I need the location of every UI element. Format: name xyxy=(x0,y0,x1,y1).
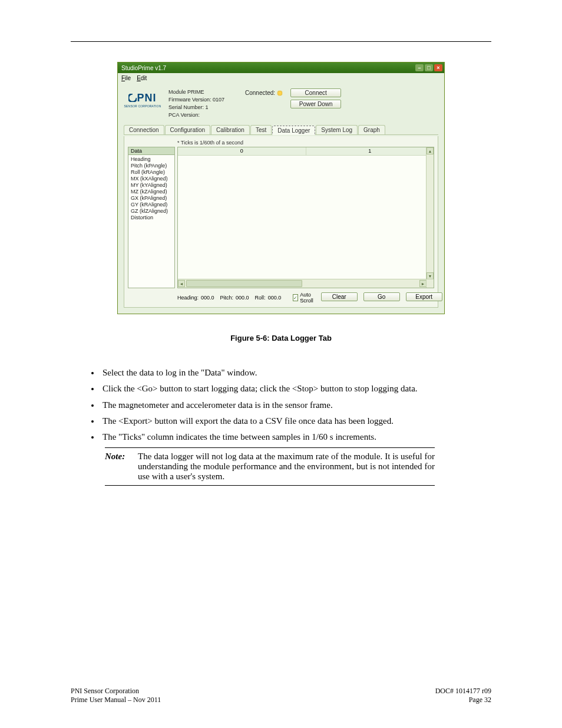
ticks-note: * Ticks is 1/60th of a second xyxy=(177,140,434,146)
maximize-button[interactable]: □ xyxy=(425,64,433,71)
tab-data-logger[interactable]: Data Logger xyxy=(272,126,315,135)
scroll-left-icon[interactable]: ◄ xyxy=(178,280,185,287)
logo-swirl-icon xyxy=(128,94,137,102)
data-panel: Data Heading Pitch (kPAngle) Roll (kRAng… xyxy=(128,147,175,288)
list-item[interactable]: Heading xyxy=(131,156,172,163)
data-list[interactable]: Heading Pitch (kPAngle) Roll (kRAngle) M… xyxy=(128,155,175,288)
tab-graph[interactable]: Graph xyxy=(358,125,385,134)
pni-logo: PNI SENSOR CORPORATION xyxy=(124,88,161,111)
bullet-item: Select the data to log in the "Data" win… xyxy=(100,366,491,380)
autoscroll-checkbox[interactable]: ✓ Auto Scroll xyxy=(293,292,315,304)
list-item[interactable]: Distortion xyxy=(131,215,172,221)
list-item[interactable]: GX (kPAligned) xyxy=(131,195,172,202)
page-footer: PNI Sensor Corporation Prime User Manual… xyxy=(71,687,491,704)
list-item[interactable]: Pitch (kPAngle) xyxy=(131,163,172,169)
minimize-button[interactable]: – xyxy=(415,64,424,71)
list-item[interactable]: Roll (kRAngle) xyxy=(131,169,172,176)
heading-value: 000.0 xyxy=(201,295,214,301)
heading-label: Heading: xyxy=(177,295,199,301)
check-icon: ✓ xyxy=(293,294,298,301)
clear-button[interactable]: Clear xyxy=(321,292,358,301)
scroll-corner xyxy=(426,279,434,288)
bullet-item: The magnetometer and accelerometer data … xyxy=(100,398,491,412)
powerdown-button[interactable]: Power Down xyxy=(290,100,341,108)
list-item[interactable]: MX (kXAligned) xyxy=(131,176,172,182)
list-item[interactable]: GZ (klZAligned) xyxy=(131,208,172,215)
tab-configuration[interactable]: Configuration xyxy=(165,125,210,134)
vertical-scrollbar[interactable]: ▲ ▼ xyxy=(426,147,434,279)
footer-page-number: Page 32 xyxy=(435,696,491,704)
scroll-up-icon[interactable]: ▲ xyxy=(427,147,434,154)
info-module: Module PRIME xyxy=(168,88,238,96)
titlebar: StudioPrime v1.7 – □ × xyxy=(118,62,444,73)
bullet-item: The <Export> button will export the data… xyxy=(100,414,491,428)
logger-footer: Heading:000.0 Pitch:000.0 Roll:000.0 ✓ A… xyxy=(128,292,434,304)
tab-content: * Ticks is 1/60th of a second Data Headi… xyxy=(124,136,438,308)
log-grid: 0 1 ▲ ▼ ◄ ► xyxy=(177,147,434,288)
roll-value: 000.0 xyxy=(268,295,282,301)
export-button[interactable]: Export xyxy=(406,292,442,301)
pitch-label: Pitch: xyxy=(220,295,234,301)
note-label: Note: xyxy=(105,452,131,462)
horizontal-scrollbar[interactable]: ◄ ► xyxy=(178,279,427,288)
status-led-icon xyxy=(277,91,282,95)
footer-company: PNI Sensor Corporation xyxy=(71,687,161,696)
logo-subtitle: SENSOR CORPORATION xyxy=(124,104,161,108)
connected-label: Connected: xyxy=(245,90,275,96)
module-info: Module PRIME Firmware Version: 0107 Seri… xyxy=(168,88,238,119)
tab-calibration[interactable]: Calibration xyxy=(211,125,250,134)
grid-col-header[interactable]: 1 xyxy=(306,147,434,155)
grid-body xyxy=(178,156,434,288)
tab-system-log[interactable]: System Log xyxy=(316,125,358,134)
roll-label: Roll: xyxy=(255,295,266,301)
bullet-item: Click the <Go> button to start logging d… xyxy=(100,382,491,396)
go-button[interactable]: Go xyxy=(363,292,400,301)
tab-bar: Connection Configuration Calibration Tes… xyxy=(124,125,438,135)
note-body: The data logger will not log data at the… xyxy=(138,452,435,482)
menubar: File Edit xyxy=(118,73,444,83)
grid-col-header[interactable]: 0 xyxy=(178,147,306,155)
list-item[interactable]: MY (kYAligned) xyxy=(131,182,172,189)
list-item[interactable]: MZ (kZAligned) xyxy=(131,189,172,195)
app-window: StudioPrime v1.7 – □ × File Edit xyxy=(118,62,444,314)
logo-text: PNI xyxy=(137,92,156,104)
info-serial: Serial Number: 1 xyxy=(168,104,238,111)
bullet-item: The "Ticks" column indicates the time be… xyxy=(100,430,491,444)
pitch-value: 000.0 xyxy=(236,295,249,301)
menu-file[interactable]: File xyxy=(121,75,131,81)
autoscroll-label: Auto Scroll xyxy=(300,292,315,304)
data-header: Data xyxy=(128,147,175,155)
list-item[interactable]: GY (kRAligned) xyxy=(131,202,172,208)
scroll-thumb[interactable] xyxy=(186,280,302,287)
footer-doc-title: Prime User Manual – Nov 2011 xyxy=(71,696,161,704)
info-firmware: Firmware Version: 0107 xyxy=(168,96,238,104)
info-pca: PCA Version: xyxy=(168,111,238,119)
figure-caption: Figure 5-6: Data Logger Tab xyxy=(71,334,491,342)
connect-button[interactable]: Connect xyxy=(290,88,341,97)
window-title: StudioPrime v1.7 xyxy=(121,65,415,71)
footer-doc-number: DOC# 1014177 r09 xyxy=(435,687,491,696)
close-button[interactable]: × xyxy=(434,64,442,71)
tab-connection[interactable]: Connection xyxy=(124,125,164,134)
menu-edit[interactable]: Edit xyxy=(137,75,147,81)
tab-test[interactable]: Test xyxy=(250,125,272,134)
bullet-list: Select the data to log in the "Data" win… xyxy=(100,366,491,444)
